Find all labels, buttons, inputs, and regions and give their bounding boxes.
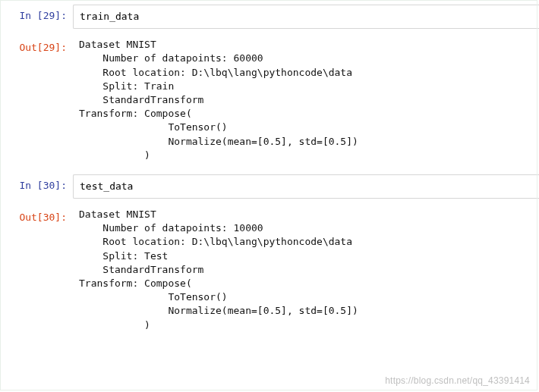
code-cell: In [30]: test_data: [0, 170, 539, 202]
code-output: Dataset MNIST Number of datapoints: 6000…: [73, 36, 539, 167]
watermark-text: https://blog.csdn.net/qq_43391414: [385, 375, 530, 387]
output-prompt: Out[30]:: [0, 206, 73, 224]
code-cell: In [29]: train_data: [0, 0, 539, 32]
output-cell: Out[30]: Dataset MNIST Number of datapoi…: [0, 202, 539, 340]
code-input[interactable]: train_data: [73, 5, 539, 29]
input-prompt: In [30]:: [0, 174, 73, 193]
output-prompt: Out[29]:: [0, 36, 73, 55]
output-cell: Out[29]: Dataset MNIST Number of datapoi…: [0, 32, 539, 170]
code-output: Dataset MNIST Number of datapoints: 1000…: [73, 206, 539, 337]
code-input[interactable]: test_data: [73, 174, 539, 199]
jupyter-notebook: In [29]: train_data Out[29]: Dataset MNI…: [0, 0, 539, 340]
input-prompt: In [29]:: [0, 5, 73, 23]
